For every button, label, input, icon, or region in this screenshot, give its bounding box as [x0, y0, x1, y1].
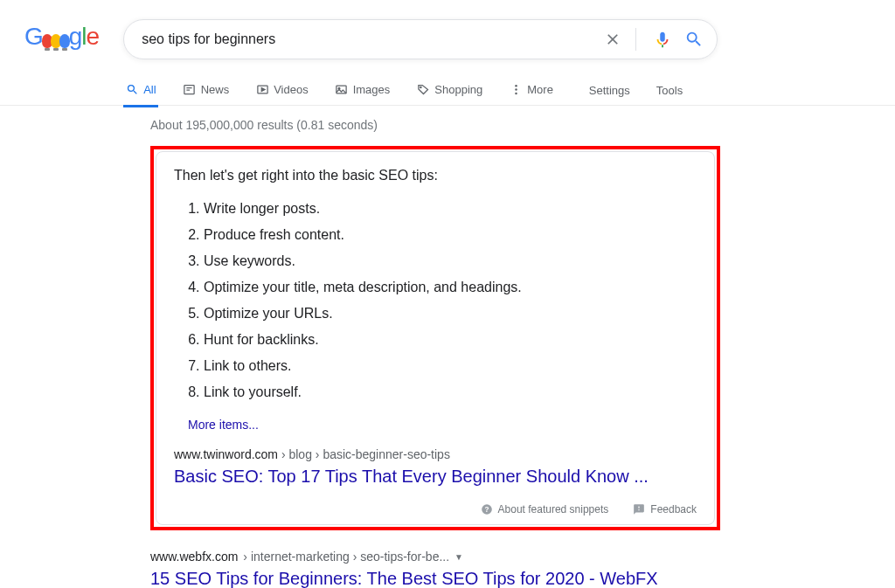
settings-link[interactable]: Settings — [589, 77, 630, 106]
svg-text:?: ? — [484, 506, 489, 514]
breadcrumb-domain: www.twinword.com — [174, 447, 278, 461]
image-icon — [335, 82, 349, 96]
search-icon[interactable] — [683, 29, 704, 50]
svg-point-10 — [515, 92, 517, 94]
tab-news[interactable]: News — [181, 75, 232, 107]
breadcrumb-path: › internet-marketing › seo-tips-for-be..… — [243, 550, 449, 564]
result-stats: About 195,000,000 results (0.81 seconds) — [150, 118, 720, 132]
search-divider — [635, 28, 636, 51]
tab-images[interactable]: Images — [333, 75, 392, 107]
tab-shopping-label: Shopping — [434, 83, 482, 96]
list-item: Optimize your title, meta description, a… — [204, 274, 697, 301]
featured-breadcrumb: www.twinword.com › blog › basic-beginner… — [174, 447, 697, 461]
tab-more-label: More — [527, 83, 553, 96]
snippet-heading: Then let's get right into the basic SEO … — [174, 168, 697, 183]
google-logo[interactable]: Ggle — [24, 23, 99, 54]
featured-snippet: Then let's get right into the basic SEO … — [156, 151, 715, 525]
list-item: Produce fresh content. — [204, 222, 697, 248]
search-box[interactable] — [123, 19, 718, 59]
breadcrumb-path: › blog › basic-beginner-seo-tips — [278, 447, 450, 461]
svg-point-7 — [420, 86, 421, 87]
tag-icon — [416, 82, 430, 96]
snippet-list: Write longer posts. Produce fresh conten… — [174, 196, 697, 405]
tab-news-label: News — [201, 83, 230, 96]
feedback-link[interactable]: Feedback — [633, 503, 697, 515]
tab-shopping[interactable]: Shopping — [414, 75, 484, 107]
featured-title-link[interactable]: Basic SEO: Top 17 Tips That Every Beginn… — [174, 465, 697, 488]
svg-point-9 — [515, 88, 517, 91]
tools-link[interactable]: Tools — [656, 77, 683, 106]
list-item: Optimize your URLs. — [204, 301, 697, 327]
doodle-bulbs-icon — [43, 26, 69, 54]
search-tabs: All News Videos Images Shopping More — [123, 75, 718, 107]
clear-icon[interactable] — [602, 29, 623, 50]
search-input[interactable] — [142, 31, 592, 47]
result-menu-caret[interactable]: ▼ — [454, 552, 463, 562]
list-item: Link to yourself. — [204, 379, 697, 405]
about-featured-snippets-link[interactable]: ? About featured snippets — [481, 503, 609, 515]
tab-more[interactable]: More — [507, 75, 555, 107]
list-item: Use keywords. — [204, 248, 697, 274]
tab-all-label: All — [143, 83, 156, 96]
list-item: Hunt for backlinks. — [204, 327, 697, 353]
tab-videos-label: Videos — [274, 83, 309, 96]
tab-all[interactable]: All — [123, 75, 157, 107]
feedback-icon — [633, 503, 645, 515]
tab-images-label: Images — [353, 83, 391, 96]
organic-title-link[interactable]: 15 SEO Tips for Beginners: The Best SEO … — [150, 567, 720, 588]
list-item: Link to others. — [204, 353, 697, 379]
list-item: Write longer posts. — [204, 196, 697, 222]
featured-snippet-highlight: Then let's get right into the basic SEO … — [150, 146, 720, 530]
more-dots-icon — [509, 82, 523, 96]
search-small-icon — [125, 82, 139, 96]
svg-marker-4 — [261, 87, 265, 91]
video-icon — [255, 82, 269, 96]
svg-point-8 — [515, 84, 517, 86]
tab-videos[interactable]: Videos — [253, 75, 310, 107]
help-icon: ? — [481, 503, 493, 515]
voice-search-icon[interactable] — [652, 29, 673, 50]
organic-breadcrumb: www.webfx.com › internet-marketing › seo… — [150, 550, 720, 564]
organic-result: www.webfx.com › internet-marketing › seo… — [150, 550, 720, 588]
news-icon — [183, 82, 197, 96]
more-items-link[interactable]: More items... — [188, 418, 697, 432]
breadcrumb-domain: www.webfx.com — [150, 550, 238, 564]
